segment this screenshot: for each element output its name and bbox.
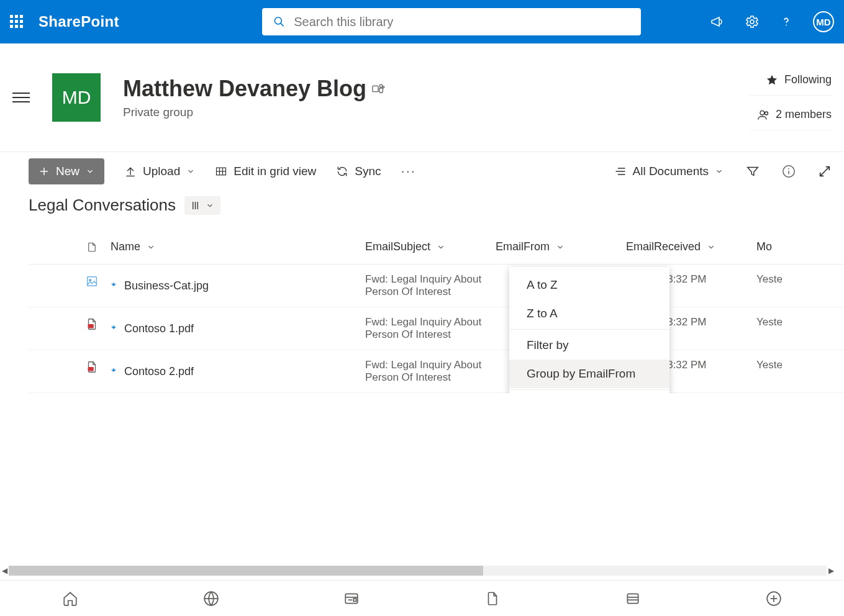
chevron-down-icon <box>86 167 94 176</box>
sort-za-label: Z to A <box>527 307 558 320</box>
list-icon[interactable] <box>625 591 641 607</box>
svg-point-6 <box>383 86 384 88</box>
row-select[interactable] <box>36 316 73 341</box>
filter-by-label: Filter by <box>527 338 569 352</box>
horizontal-scrollbar[interactable]: ◀ ▶ <box>0 565 835 576</box>
received-column-header[interactable]: EmailReceived <box>626 240 756 253</box>
subject-column-header[interactable]: EmailSubject <box>365 240 496 253</box>
chevron-down-icon <box>437 243 445 251</box>
file-name-cell[interactable]: Business-Cat.jpg <box>111 273 365 298</box>
name-header-label: Name <box>111 240 140 253</box>
site-right-info: Following 2 members <box>750 61 832 134</box>
command-bar: New Upload Edit in grid view Sync ··· Al… <box>0 152 844 191</box>
group-by-item[interactable]: Group by EmailFrom <box>509 360 669 388</box>
members-button[interactable]: 2 members <box>750 99 832 130</box>
megaphone-icon[interactable] <box>710 14 725 29</box>
scroll-right-arrow[interactable]: ▶ <box>827 566 835 575</box>
filter-icon[interactable] <box>746 165 760 178</box>
from-column-header[interactable]: EmailFrom <box>496 240 626 253</box>
add-icon[interactable] <box>766 591 782 607</box>
settings-gear-icon[interactable] <box>745 14 760 29</box>
scroll-thumb[interactable] <box>9 566 483 576</box>
row-select[interactable] <box>36 359 73 384</box>
svg-point-8 <box>765 112 768 115</box>
document-icon[interactable] <box>484 591 501 607</box>
received-header-label: EmailReceived <box>626 240 701 253</box>
file-type-icon <box>73 359 111 384</box>
type-column-header[interactable] <box>73 240 111 254</box>
site-logo[interactable]: MD <box>52 73 101 122</box>
sort-za-item[interactable]: Z to A <box>509 299 669 328</box>
grid-icon <box>215 165 227 178</box>
file-name-cell[interactable]: Contoso 1.pdf <box>111 316 365 341</box>
file-name: Contoso 2.pdf <box>124 365 194 378</box>
globe-icon[interactable] <box>203 591 219 607</box>
view-selector[interactable]: All Documents <box>614 165 724 178</box>
scroll-left-arrow[interactable]: ◀ <box>0 566 9 575</box>
menu-separator <box>509 329 669 330</box>
suite-bar-actions: MD <box>710 11 834 32</box>
expand-icon[interactable] <box>818 165 832 178</box>
subject-cell: Fwd: Legal Inquiry About Person Of Inter… <box>365 359 496 384</box>
from-header-label: EmailFrom <box>496 240 550 253</box>
file-type-icon <box>73 273 111 298</box>
view-switcher[interactable] <box>184 196 220 215</box>
edit-grid-button[interactable]: Edit in grid view <box>215 165 316 178</box>
table-row[interactable]: Contoso 2.pdfFwd: Legal Inquiry About Pe… <box>29 350 844 393</box>
nav-toggle-icon[interactable] <box>12 89 30 106</box>
chevron-down-icon <box>186 167 195 176</box>
svg-point-7 <box>760 111 765 115</box>
info-icon[interactable] <box>782 165 796 178</box>
menu-separator <box>509 389 669 390</box>
sync-icon <box>336 165 348 178</box>
svg-rect-33 <box>88 324 94 328</box>
app-launcher-icon[interactable] <box>10 15 24 29</box>
modified-cell: Yeste <box>756 273 844 298</box>
site-title-block: Matthew Devaney Blog Private group <box>123 76 385 119</box>
columns-icon <box>191 200 202 211</box>
group-by-label: Group by EmailFrom <box>527 367 635 381</box>
subject-header-label: EmailSubject <box>365 240 430 253</box>
teams-icon[interactable] <box>371 82 385 96</box>
document-list: Name EmailSubject EmailFrom EmailReceive… <box>0 230 844 393</box>
user-avatar[interactable]: MD <box>813 11 834 32</box>
members-icon <box>757 109 769 121</box>
column-settings-item[interactable]: Column settings <box>509 391 669 393</box>
table-row[interactable]: Contoso 1.pdfFwd: Legal Inquiry About Pe… <box>29 307 844 350</box>
upload-icon <box>124 165 137 178</box>
help-icon[interactable] <box>779 15 793 29</box>
filter-by-item[interactable]: Filter by <box>509 331 669 360</box>
plus-icon <box>39 166 50 177</box>
scroll-track[interactable] <box>9 566 827 576</box>
modified-cell: Yeste <box>756 359 844 384</box>
follow-button[interactable]: Following <box>750 65 832 96</box>
svg-point-2 <box>750 20 754 24</box>
search-icon <box>273 16 285 28</box>
news-icon[interactable] <box>343 591 360 607</box>
sort-az-item[interactable]: A to Z <box>509 271 669 299</box>
subject-cell: Fwd: Legal Inquiry About Person Of Inter… <box>365 316 496 341</box>
modified-column-header[interactable]: Mo <box>756 240 844 253</box>
row-select[interactable] <box>36 273 73 298</box>
more-actions-button[interactable]: ··· <box>401 163 416 179</box>
library-name: Legal Conversations <box>29 196 176 215</box>
chevron-down-icon <box>206 201 214 210</box>
site-title[interactable]: Matthew Devaney Blog <box>123 76 366 102</box>
home-icon[interactable] <box>62 591 78 607</box>
sync-button[interactable]: Sync <box>336 165 381 178</box>
upload-button[interactable]: Upload <box>124 165 195 178</box>
name-column-header[interactable]: Name <box>111 240 365 253</box>
modified-cell: Yeste <box>756 316 844 341</box>
subject-cell: Fwd: Legal Inquiry About Person Of Inter… <box>365 273 496 298</box>
new-button[interactable]: New <box>29 158 104 184</box>
product-name[interactable]: SharePoint <box>39 13 119 30</box>
site-subtitle: Private group <box>123 106 385 119</box>
svg-point-22 <box>788 168 789 170</box>
modified-header-label: Mo <box>756 240 772 253</box>
file-name-cell[interactable]: Contoso 2.pdf <box>111 359 365 384</box>
svg-rect-46 <box>354 599 356 601</box>
table-row[interactable]: Business-Cat.jpgFwd: Legal Inquiry About… <box>29 265 844 307</box>
chevron-down-icon <box>715 167 724 176</box>
search-input[interactable] <box>294 15 630 29</box>
search-box[interactable] <box>262 8 641 35</box>
